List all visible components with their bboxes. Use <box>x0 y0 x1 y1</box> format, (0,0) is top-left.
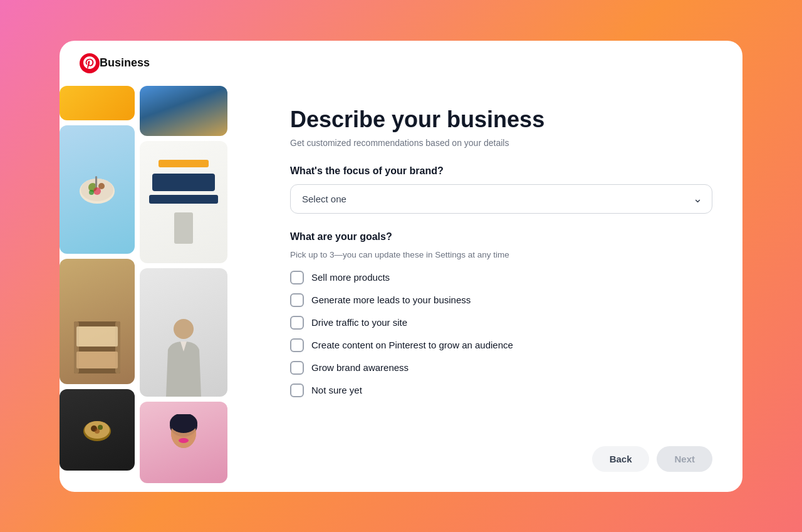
portrait-icon <box>162 414 206 471</box>
modal-container: Business <box>60 41 742 492</box>
brand-focus-label: What's the focus of your brand? <box>290 165 712 177</box>
collage-image-8 <box>140 402 227 483</box>
pinterest-logo-icon <box>80 53 100 73</box>
collage-image-4 <box>140 141 227 263</box>
goal-checkbox-leads[interactable] <box>290 293 304 307</box>
footer-buttons: Back Next <box>290 446 712 472</box>
brand-focus-select-wrap: Select oneArts & CraftsBeautyFashionFood… <box>290 184 712 214</box>
food-plate-icon <box>75 167 119 211</box>
goal-checkbox-sell[interactable] <box>290 271 304 284</box>
collage-image-1 <box>60 86 135 120</box>
svg-rect-13 <box>76 326 118 347</box>
person-icon <box>159 315 209 397</box>
bunkbed-icon <box>69 315 125 378</box>
goal-item[interactable]: Not sure yet <box>290 383 712 397</box>
goal-item[interactable]: Grow brand awareness <box>290 361 712 375</box>
modal-body: Describe your business Get customized re… <box>60 86 742 492</box>
svg-point-19 <box>95 429 100 434</box>
goal-label-content: Create content on Pinterest to grow an a… <box>311 340 513 350</box>
collage-image-2 <box>140 86 227 136</box>
goal-item[interactable]: Sell more products <box>290 271 712 284</box>
brand-name: Business <box>100 56 150 70</box>
collage-image-3 <box>60 125 135 254</box>
collage-image-5 <box>60 259 135 384</box>
goal-label-notsure: Not sure yet <box>311 385 362 395</box>
goal-item[interactable]: Drive traffic to your site <box>290 316 712 330</box>
svg-point-6 <box>89 190 94 195</box>
svg-rect-8 <box>74 321 120 326</box>
goal-label-sell: Sell more products <box>311 272 390 283</box>
goal-checkbox-traffic[interactable] <box>290 316 304 330</box>
page-title: Describe your business <box>290 106 712 133</box>
content-area: Describe your business Get customized re… <box>260 86 742 492</box>
goal-item[interactable]: Generate more leads to your business <box>290 293 712 307</box>
collage-image-6 <box>140 268 227 397</box>
modal-header: Business <box>60 41 742 86</box>
brand-focus-select[interactable]: Select oneArts & CraftsBeautyFashionFood… <box>290 184 712 214</box>
goal-label-traffic: Drive traffic to your site <box>311 317 407 328</box>
collage-left-column <box>60 86 135 492</box>
collage-right-column <box>140 86 227 492</box>
svg-rect-10 <box>74 368 120 373</box>
svg-point-26 <box>179 438 189 443</box>
goal-item[interactable]: Create content on Pinterest to grow an a… <box>290 338 712 352</box>
collage-image-7 <box>60 389 135 471</box>
back-button[interactable]: Back <box>592 446 650 472</box>
svg-rect-14 <box>76 352 118 368</box>
svg-rect-7 <box>95 176 97 187</box>
goals-label: What are your goals? <box>290 231 712 243</box>
goal-checkbox-content[interactable] <box>290 338 304 352</box>
goals-description: Pick up to 3—you can update these in Set… <box>290 250 712 259</box>
bowl-icon <box>78 411 116 449</box>
goal-checkbox-notsure[interactable] <box>290 383 304 397</box>
svg-point-5 <box>93 187 101 195</box>
page-subtitle: Get customized recommendations based on … <box>290 138 712 148</box>
next-button[interactable]: Next <box>657 446 712 472</box>
goal-checkbox-brand[interactable] <box>290 361 304 375</box>
goal-label-brand: Grow brand awareness <box>311 362 409 373</box>
goals-list: Sell more productsGenerate more leads to… <box>290 271 712 397</box>
goal-label-leads: Generate more leads to your business <box>311 295 471 305</box>
svg-rect-9 <box>74 347 120 352</box>
svg-point-20 <box>174 319 194 339</box>
image-collage <box>60 86 260 492</box>
